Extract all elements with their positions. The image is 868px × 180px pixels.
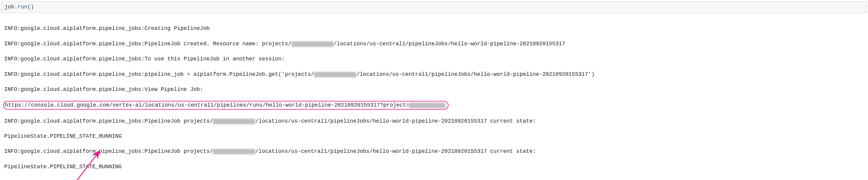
log-prefix: INFO:google.cloud.aiplatform.pipeline_jo… xyxy=(4,86,144,92)
pipeline-state: PipelineState.PIPELINE_STATE_RUNNING xyxy=(4,133,122,139)
log-prefix: INFO:google.cloud.aiplatform.pipeline_jo… xyxy=(4,41,144,47)
log-line: INFO:google.cloud.aiplatform.pipeline_jo… xyxy=(4,40,866,48)
code-dot: . xyxy=(14,4,18,10)
code-input-cell: job.run() xyxy=(1,1,867,13)
log-text: View Pipeline Job: xyxy=(144,86,203,92)
log-line: PipelineState.PIPELINE_STATE_RUNNING xyxy=(4,163,866,171)
log-prefix: INFO:google.cloud.aiplatform.pipeline_jo… xyxy=(4,25,144,31)
redacted-project-id xyxy=(314,72,356,77)
pipeline-console-url: https://console.cloud.google.com/vertex-… xyxy=(5,102,409,108)
log-prefix: INFO:google.cloud.aiplatform.pipeline_jo… xyxy=(4,118,144,124)
log-text: pipeline_job = aiplatform.PipelineJob.ge… xyxy=(144,71,314,77)
log-line: PipelineState.PIPELINE_STATE_RUNNING xyxy=(4,132,866,140)
log-text: To use this PipelineJob in another sessi… xyxy=(144,56,284,62)
redacted-project-id xyxy=(213,119,255,124)
log-text: /locations/us-central1/pipelineJobs/hell… xyxy=(356,71,595,77)
code-method: run xyxy=(18,4,27,10)
log-prefix: INFO:google.cloud.aiplatform.pipeline_jo… xyxy=(4,71,144,77)
log-text: PipelineJob projects/ xyxy=(144,148,213,154)
log-text: /locations/us-central1/pipelineJobs/hell… xyxy=(255,118,536,124)
log-prefix: INFO:google.cloud.aiplatform.pipeline_jo… xyxy=(4,56,144,62)
log-text: /locations/us-central1/pipelineJobs/hell… xyxy=(334,41,565,47)
log-text: PipelineJob projects/ xyxy=(144,118,213,124)
log-line: INFO:google.cloud.aiplatform.pipeline_jo… xyxy=(4,25,866,32)
url-highlight-circle: https://console.cloud.google.com/vertex-… xyxy=(3,101,448,110)
log-line: https://console.cloud.google.com/vertex-… xyxy=(4,101,866,110)
log-line: INFO:google.cloud.aiplatform.pipeline_jo… xyxy=(4,118,866,125)
log-text: Creating PipelineJob xyxy=(144,25,210,31)
log-text: PipelineJob created. Resource name: proj… xyxy=(144,41,291,47)
redacted-project-id xyxy=(213,149,255,154)
log-line: INFO:google.cloud.aiplatform.pipeline_jo… xyxy=(4,86,866,93)
log-line: INFO:google.cloud.aiplatform.pipeline_jo… xyxy=(4,55,866,63)
log-text: /locations/us-central1/pipelineJobs/hell… xyxy=(255,148,536,154)
log-output: INFO:google.cloud.aiplatform.pipeline_jo… xyxy=(0,14,868,179)
log-line: INFO:google.cloud.aiplatform.pipeline_jo… xyxy=(4,148,866,155)
code-object: job xyxy=(4,4,14,10)
redacted-project-id xyxy=(291,41,334,47)
code-parens: () xyxy=(28,4,34,10)
log-prefix: INFO:google.cloud.aiplatform.pipeline_jo… xyxy=(4,148,144,154)
redacted-project-id xyxy=(409,103,445,108)
log-line: INFO:google.cloud.aiplatform.pipeline_jo… xyxy=(4,71,866,78)
pipeline-state: PipelineState.PIPELINE_STATE_RUNNING xyxy=(4,164,122,170)
